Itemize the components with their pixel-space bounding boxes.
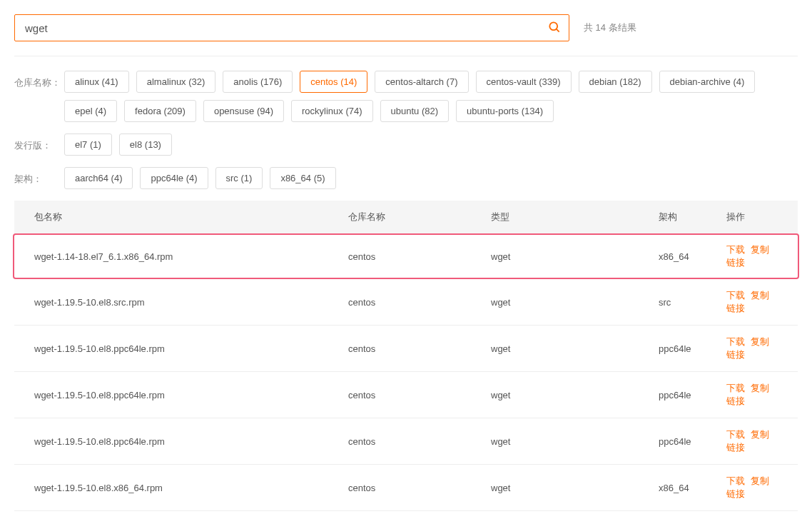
filter-release-tags: el7 (1)el8 (13) [64, 133, 172, 156]
svg-line-1 [557, 29, 559, 31]
th-arch: 架构 [659, 211, 726, 223]
tag-repo-13[interactable]: ubuntu-ports (134) [456, 100, 554, 122]
cell-arch: src [659, 297, 726, 308]
cell-type: wget [491, 343, 659, 354]
search-icon [547, 20, 562, 36]
table-row: wget-1.19.5-10.el8.x86_64.rpmcentoswgetx… [14, 511, 798, 519]
th-action: 操作 [726, 211, 778, 223]
download-link[interactable]: 下载 [726, 244, 745, 255]
cell-arch: ppc64le [659, 390, 726, 400]
results-count: 共 14 条结果 [584, 21, 636, 34]
filter-repo-label: 仓库名称： [14, 71, 64, 89]
table-row: wget-1.14-18.el7_6.1.x86_64.rpmcentoswge… [13, 233, 799, 279]
tag-arch-2[interactable]: src (1) [215, 167, 263, 189]
cell-repo: centos [348, 251, 491, 262]
tag-repo-2[interactable]: anolis (176) [223, 71, 293, 93]
tag-repo-8[interactable]: epel (4) [64, 100, 117, 122]
cell-type: wget [491, 390, 659, 400]
th-repo: 仓库名称 [348, 211, 491, 223]
download-link[interactable]: 下载 [726, 475, 745, 486]
filter-repo: 仓库名称：alinux (41)almalinux (32)anolis (17… [14, 71, 798, 122]
tag-arch-0[interactable]: aarch64 (4) [64, 167, 133, 189]
table-row: wget-1.19.5-10.el8.src.rpmcentoswgetsrc下… [14, 279, 798, 326]
search-button[interactable] [540, 14, 569, 41]
tag-arch-1[interactable]: ppc64le (4) [140, 167, 208, 189]
cell-type: wget [491, 297, 659, 308]
search-input[interactable] [15, 22, 540, 34]
cell-arch: x86_64 [659, 251, 726, 262]
filter-repo-tags: alinux (41)almalinux (32)anolis (176)cen… [64, 71, 798, 122]
cell-repo: centos [348, 297, 491, 308]
filter-release: 发行版：el7 (1)el8 (13) [14, 133, 798, 156]
tag-repo-4[interactable]: centos-altarch (7) [375, 71, 468, 93]
download-link[interactable]: 下载 [726, 336, 745, 347]
tag-repo-5[interactable]: centos-vault (339) [476, 71, 572, 93]
filter-arch-tags: aarch64 (4)ppc64le (4)src (1)x86_64 (5) [64, 167, 336, 189]
cell-arch: x86_64 [659, 483, 726, 493]
table-row: wget-1.19.5-10.el8.ppc64le.rpmcentoswget… [14, 372, 798, 418]
cell-type: wget [491, 436, 659, 447]
th-name: 包名称 [34, 211, 348, 223]
tag-repo-11[interactable]: rockylinux (74) [291, 100, 373, 122]
table-row: wget-1.19.5-10.el8.ppc64le.rpmcentoswget… [14, 326, 798, 372]
tag-repo-12[interactable]: ubuntu (82) [380, 100, 450, 122]
tag-repo-1[interactable]: almalinux (32) [136, 71, 216, 93]
tag-arch-3[interactable]: x86_64 (5) [270, 167, 335, 189]
tag-repo-10[interactable]: opensuse (94) [203, 100, 284, 122]
download-link[interactable]: 下载 [726, 290, 745, 301]
cell-repo: centos [348, 436, 491, 447]
cell-repo: centos [348, 390, 491, 400]
table-row: wget-1.19.5-10.el8.x86_64.rpmcentoswgetx… [14, 465, 798, 511]
svg-point-0 [549, 22, 557, 30]
tag-repo-0[interactable]: alinux (41) [64, 71, 129, 93]
tag-repo-6[interactable]: debian (182) [579, 71, 652, 93]
cell-action: 下载复制链接 [726, 336, 778, 361]
results-table: 包名称 仓库名称 类型 架构 操作 wget-1.14-18.el7_6.1.x… [14, 201, 798, 519]
cell-name: wget-1.19.5-10.el8.src.rpm [34, 297, 348, 308]
table-row: wget-1.19.5-10.el8.ppc64le.rpmcentoswget… [14, 418, 798, 465]
cell-repo: centos [348, 483, 491, 493]
tag-repo-7[interactable]: debian-archive (4) [659, 71, 756, 93]
th-type: 类型 [491, 211, 659, 223]
cell-action: 下载复制链接 [726, 475, 778, 500]
cell-action: 下载复制链接 [726, 382, 778, 408]
table-header: 包名称 仓库名称 类型 架构 操作 [14, 201, 798, 233]
tag-release-1[interactable]: el8 (13) [119, 133, 172, 156]
tag-repo-9[interactable]: fedora (209) [124, 100, 196, 122]
divider [14, 56, 798, 56]
download-link[interactable]: 下载 [726, 429, 745, 440]
filter-arch-label: 架构： [14, 167, 64, 186]
cell-name: wget-1.19.5-10.el8.ppc64le.rpm [34, 343, 348, 354]
cell-type: wget [491, 483, 659, 493]
tag-repo-3[interactable]: centos (14) [300, 71, 367, 93]
cell-action: 下载复制链接 [726, 243, 778, 269]
filter-release-label: 发行版： [14, 133, 64, 152]
cell-action: 下载复制链接 [726, 289, 778, 315]
cell-name: wget-1.19.5-10.el8.x86_64.rpm [34, 483, 348, 493]
cell-action: 下载复制链接 [726, 428, 778, 454]
cell-name: wget-1.19.5-10.el8.ppc64le.rpm [34, 390, 348, 400]
search-box [14, 14, 569, 41]
cell-arch: ppc64le [659, 436, 726, 447]
cell-type: wget [491, 251, 659, 262]
filter-arch: 架构：aarch64 (4)ppc64le (4)src (1)x86_64 (… [14, 167, 798, 189]
download-link[interactable]: 下载 [726, 383, 745, 393]
cell-name: wget-1.19.5-10.el8.ppc64le.rpm [34, 436, 348, 447]
tag-release-0[interactable]: el7 (1) [64, 133, 112, 156]
cell-arch: ppc64le [659, 343, 726, 354]
cell-repo: centos [348, 343, 491, 354]
cell-name: wget-1.14-18.el7_6.1.x86_64.rpm [34, 251, 348, 262]
